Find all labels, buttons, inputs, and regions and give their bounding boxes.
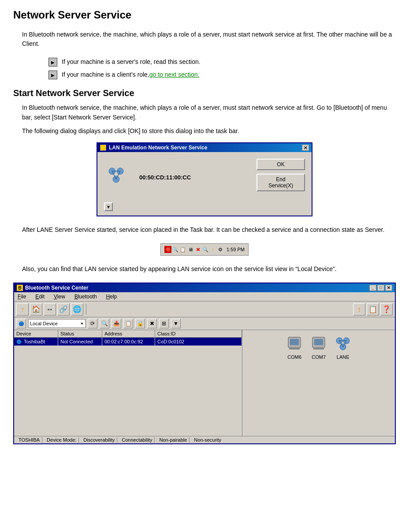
bullet-text-2-pre: If your machine is a client's role, bbox=[62, 70, 149, 79]
taskbar-time: 1:59 PM bbox=[227, 247, 245, 252]
intro-paragraph: In Bluetooth network service, the machin… bbox=[22, 30, 396, 48]
taskbar-icon-2: 🔍 bbox=[172, 246, 179, 253]
col-header-device: Device bbox=[14, 330, 58, 337]
toolbar-icon-5[interactable]: 🌐 bbox=[71, 303, 83, 316]
section2-para2: The following dialog displays and click … bbox=[22, 126, 396, 136]
bsc-toolbar: ↑ 🏠 ↔ 🔗 🌐 ↕ 📋 ❓ bbox=[14, 301, 395, 317]
dialog-footer-row: ▼ bbox=[97, 198, 312, 216]
bsc-title-text: Bluetooth Service Center bbox=[25, 285, 88, 291]
svg-text:B: B bbox=[18, 286, 21, 290]
service-icons: COM6 COM7 bbox=[286, 335, 352, 360]
svg-point-2 bbox=[113, 176, 119, 182]
addr-icon-9[interactable]: ▼ bbox=[171, 319, 181, 328]
col-header-status: Status bbox=[58, 330, 102, 337]
dialog-title-icon bbox=[100, 145, 106, 151]
bsc-left-panel: Device Status Address Class:ID 🔵 Toshiba… bbox=[14, 330, 242, 436]
bsc-restore-btn[interactable]: □ bbox=[377, 285, 384, 291]
dialog-ok-button[interactable]: OK bbox=[257, 159, 305, 170]
after-lane-text: After LANE Server Service started, servi… bbox=[22, 225, 396, 234]
device-select-dropdown[interactable]: Local Device ▼ bbox=[28, 319, 86, 328]
col-header-classid: Class:ID bbox=[155, 330, 242, 337]
dialog-body: 00:50:CD:11:00:CC OK End Service(X) bbox=[97, 152, 312, 198]
taskbar-icon-8: ⚙ bbox=[217, 246, 224, 253]
section2-body: In Bluetooth network service, the machin… bbox=[22, 103, 396, 136]
addr-icon-4[interactable]: 📤 bbox=[112, 319, 121, 328]
lan-dialog: LAN Emulation Network Server Service ✕ bbox=[97, 142, 312, 216]
status-device-mode-label: Device Mode: bbox=[45, 437, 79, 443]
taskbar-icon-1: 🔴 bbox=[164, 246, 171, 253]
toolbar-icon-1[interactable]: ↑ bbox=[16, 303, 29, 316]
taskbar-icon-3: 📋 bbox=[179, 246, 186, 253]
bsc-content: Device Status Address Class:ID 🔵 Toshiba… bbox=[14, 330, 395, 436]
bsc-table-row-1[interactable]: 🔵 ToshibaBt Not Connected 00:02:c7:00:0c… bbox=[14, 338, 242, 346]
device-select-arrow: ▼ bbox=[80, 322, 84, 326]
toolbar-icon-right-1[interactable]: ↕ bbox=[353, 303, 365, 316]
page-title: Network Server Service bbox=[13, 9, 396, 21]
service-lane-icon bbox=[334, 335, 352, 352]
dialog-down-arrow[interactable]: ▼ bbox=[104, 202, 113, 211]
taskbar-icon-7: ↑ bbox=[209, 246, 216, 253]
svg-rect-9 bbox=[290, 339, 299, 345]
cell-device: 🔵 ToshibaBt bbox=[14, 338, 58, 346]
bsc-close-btn[interactable]: ✕ bbox=[385, 285, 392, 291]
status-toshiba: TOSHIBA bbox=[16, 437, 42, 443]
dialog-bt-icon bbox=[104, 163, 128, 187]
bullet-item-1: If your machine is a server's role, read… bbox=[48, 57, 396, 67]
toolbar-icon-right-2[interactable]: 📋 bbox=[367, 303, 379, 316]
addr-icon-2[interactable]: ⟳ bbox=[88, 319, 97, 328]
taskbar-icon-5: ✖ bbox=[194, 246, 201, 253]
bullet-item-2: If your machine is a client's role, go t… bbox=[48, 70, 396, 79]
toolbar-icon-right-3[interactable]: ❓ bbox=[380, 303, 393, 316]
taskbar-container: 🔴 🔍 📋 🖥 ✖ 🔍 ↑ ⚙ 1:59 PM bbox=[13, 243, 396, 256]
taskbar-image: 🔴 🔍 📋 🖥 ✖ 🔍 ↑ ⚙ 1:59 PM bbox=[160, 243, 249, 256]
service-lane[interactable]: LANE bbox=[334, 335, 352, 360]
section2-title: Start Network Server Service bbox=[13, 88, 396, 98]
svg-rect-13 bbox=[313, 348, 324, 350]
service-com7-label: COM7 bbox=[312, 354, 326, 360]
addr-icon-6[interactable]: 🔒 bbox=[135, 319, 145, 328]
bsc-statusbar: TOSHIBA Device Mode: Discoverability Con… bbox=[14, 436, 395, 443]
also-text: Also, you can find that LAN service star… bbox=[22, 264, 396, 274]
toolbar-icon-3[interactable]: ↔ bbox=[44, 303, 56, 316]
addr-icon-3[interactable]: 🔍 bbox=[100, 319, 109, 328]
cell-classid: CoD:0c0102 bbox=[155, 338, 242, 346]
status-non-security: Non-security bbox=[192, 437, 223, 443]
cell-device-text: ToshibaBt bbox=[24, 339, 45, 344]
service-com6-icon bbox=[286, 335, 303, 352]
row-bt-icon: 🔵 bbox=[16, 339, 22, 344]
bsc-menubar: File Edit View Bluetooth Help bbox=[14, 292, 395, 301]
device-select-value: Local Device bbox=[30, 321, 58, 326]
bullet-icon-1 bbox=[48, 58, 57, 67]
service-lane-label: LANE bbox=[337, 354, 350, 360]
service-com7[interactable]: COM7 bbox=[310, 335, 327, 360]
dialog-close-button[interactable]: ✕ bbox=[302, 145, 309, 151]
menu-edit[interactable]: Edit bbox=[34, 293, 46, 300]
dialog-end-service-button[interactable]: End Service(X) bbox=[257, 174, 305, 191]
svg-rect-10 bbox=[289, 348, 300, 350]
menu-file[interactable]: File bbox=[16, 293, 27, 300]
toolbar-icon-2[interactable]: 🏠 bbox=[30, 303, 42, 316]
toolbar-separator-1 bbox=[86, 304, 86, 315]
addr-bt-icon: 🔵 bbox=[16, 319, 26, 328]
addr-icon-7[interactable]: ✖ bbox=[147, 319, 157, 328]
bullet-icon-2 bbox=[48, 71, 57, 79]
bsc-table-header: Device Status Address Class:ID bbox=[14, 330, 242, 338]
dialog-titlebar: LAN Emulation Network Server Service ✕ bbox=[97, 143, 312, 152]
bsc-minimize-btn[interactable]: _ bbox=[369, 285, 376, 291]
next-section-link[interactable]: go to next section. bbox=[149, 70, 200, 79]
toolbar-icon-4[interactable]: 🔗 bbox=[57, 303, 70, 316]
dialog-container: LAN Emulation Network Server Service ✕ bbox=[13, 142, 396, 216]
svg-rect-12 bbox=[314, 339, 323, 345]
status-non-pairable: Non-pairable bbox=[157, 437, 190, 443]
menu-help[interactable]: Help bbox=[105, 293, 119, 300]
addr-icon-5[interactable]: 📋 bbox=[123, 319, 133, 328]
taskbar-icon-4: 🖥 bbox=[187, 246, 194, 253]
bsc-addressbar: 🔵 Local Device ▼ ⟳ 🔍 📤 📋 🔒 ✖ ⊞ ▼ bbox=[14, 317, 395, 330]
addr-icon-8[interactable]: ⊞ bbox=[159, 319, 169, 328]
cell-address: 00:02:c7:00:0c:92 bbox=[102, 338, 155, 346]
menu-bluetooth[interactable]: Bluetooth bbox=[73, 293, 98, 300]
menu-view[interactable]: View bbox=[52, 293, 67, 300]
status-connectability: Connectability bbox=[119, 437, 155, 443]
service-com6[interactable]: COM6 bbox=[286, 335, 303, 360]
dialog-title-text: LAN Emulation Network Server Service bbox=[109, 145, 207, 151]
